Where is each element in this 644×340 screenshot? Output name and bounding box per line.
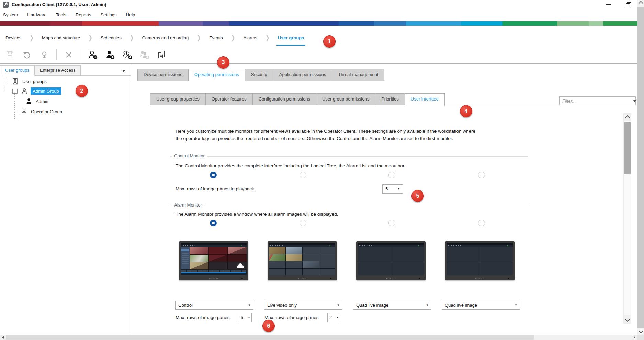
tab-operating-permissions[interactable]: Operating permissions: [189, 69, 245, 81]
monitor-1-mode-select[interactable]: Control ▼: [175, 301, 253, 310]
toolbar-separator: [81, 49, 81, 60]
tab-threat-management[interactable]: Threat management: [332, 69, 384, 81]
tab-security[interactable]: Security: [245, 69, 273, 81]
scroll-up-button[interactable]: [624, 114, 631, 121]
tree-node-admin-group[interactable]: Admin Group: [12, 86, 61, 95]
monitor-2-mode-value: Live video only: [264, 303, 335, 308]
scrollbar-thumb[interactable]: [6, 335, 534, 340]
monitor-brand-text: BOSCH: [268, 278, 337, 280]
window-horizontal-scrollbar[interactable]: [0, 335, 637, 340]
save-icon[interactable]: [5, 50, 15, 60]
monitor-4-mode-value: Quad live image: [442, 303, 512, 308]
breadcrumb-maps-and-structure[interactable]: Maps and structure: [41, 35, 81, 40]
left-panel-tabs: User groups Enterprise Access: [0, 65, 131, 76]
tab-operator-features[interactable]: Operator features: [206, 93, 253, 105]
breadcrumb-cameras-and-recording[interactable]: Cameras and recording: [141, 35, 189, 40]
tab-user-group-permissions[interactable]: User group permissions: [316, 93, 375, 105]
tab-application-permissions[interactable]: Application permissions: [273, 69, 332, 81]
callout-badge-6: 6: [262, 320, 275, 332]
intro-line-2: the operator logs on provides the requir…: [176, 136, 453, 141]
breadcrumb-events[interactable]: Events: [208, 35, 224, 40]
user-person-icon: [25, 98, 32, 105]
panel-splitter[interactable]: [131, 64, 131, 335]
monitor-power-led: [508, 278, 509, 279]
alarm-beacon-icon: [236, 261, 245, 270]
undo-icon[interactable]: [22, 50, 32, 60]
alarm-monitor-groupline: [170, 206, 528, 206]
callout-badge-5: 5: [411, 190, 424, 202]
scroll-down-button[interactable]: [637, 328, 644, 335]
menu-settings[interactable]: Settings: [101, 12, 117, 17]
new-dual-authorization-group-icon[interactable]: [122, 50, 133, 60]
control-monitor-radio-4[interactable]: [478, 172, 485, 178]
control-monitor-radio-3[interactable]: [388, 172, 395, 178]
new-user-group-icon[interactable]: [88, 50, 98, 60]
group-person-icon: [21, 108, 27, 115]
tab-user-groups[interactable]: User groups: [0, 65, 35, 76]
copy-permissions-icon[interactable]: [157, 50, 167, 60]
collapse-icon[interactable]: [12, 89, 18, 94]
panel-pin-icon[interactable]: [122, 69, 126, 72]
monitor-4-mode-select[interactable]: Quad live image ▼: [442, 301, 520, 310]
menu-system[interactable]: System: [3, 12, 18, 17]
control-monitor-radio-1[interactable]: [210, 172, 217, 178]
pin-icon[interactable]: [39, 50, 49, 60]
minimize-button[interactable]: [603, 1, 613, 8]
control-monitor-radio-2[interactable]: [300, 172, 306, 178]
scroll-left-button[interactable]: [0, 335, 6, 340]
tree-label-admin-group[interactable]: Admin Group: [31, 87, 61, 95]
menu-reports[interactable]: Reports: [76, 12, 91, 17]
menu-tools[interactable]: Tools: [56, 12, 66, 17]
tree-node-operator-group[interactable]: Operator Group: [17, 107, 62, 116]
tab-configuration-permissions[interactable]: Configuration permissions: [253, 93, 316, 105]
monitor-1-mode-value: Control: [176, 303, 246, 308]
tree-node-admin[interactable]: Admin: [21, 97, 48, 106]
breadcrumb-alarms[interactable]: Alarms: [243, 35, 258, 40]
tab-user-interface[interactable]: User interface: [405, 93, 445, 106]
tab-user-group-properties[interactable]: User group properties: [150, 93, 206, 105]
panel-pin-icon[interactable]: [633, 99, 637, 103]
alarm-monitor-radio-3[interactable]: [388, 220, 395, 226]
scroll-down-button[interactable]: [624, 315, 631, 323]
menu-hardware[interactable]: Hardware: [27, 12, 46, 17]
scroll-right-button[interactable]: [632, 335, 637, 340]
monitor-preview-quad-1: BOSCH: [356, 241, 426, 282]
intro-line-1: Here you customize multiple monitors for…: [176, 129, 475, 134]
menu-help[interactable]: Help: [126, 12, 135, 17]
monitor-2-max-rows-select[interactable]: 2 ▼: [327, 313, 340, 322]
alarm-monitor-radio-4[interactable]: [478, 220, 485, 226]
max-rows-playback-value: 5: [383, 186, 395, 191]
control-monitor-title: Control Monitor: [172, 153, 207, 159]
filter-input[interactable]: [559, 96, 636, 105]
monitor-power-led: [241, 278, 243, 279]
tree-label-admin: Admin: [36, 99, 48, 104]
chevron-right-icon: ❯: [88, 34, 92, 42]
restore-button[interactable]: [623, 1, 633, 8]
monitor-3-mode-select[interactable]: Quad live image ▼: [353, 301, 431, 310]
scrollbar-thumb[interactable]: [624, 122, 631, 174]
window-vertical-scrollbar[interactable]: [637, 0, 644, 335]
monitor-preview-control: BOSCH: [179, 241, 248, 282]
breadcrumb-devices[interactable]: Devices: [5, 35, 22, 40]
breadcrumb-schedules[interactable]: Schedules: [100, 35, 122, 40]
control-monitor-groupline: [170, 156, 528, 157]
breadcrumb-user-groups[interactable]: User groups: [277, 35, 305, 40]
tab-device-permissions[interactable]: Device permissions: [137, 69, 189, 81]
monitor-2-mode-select[interactable]: Live video only ▼: [264, 301, 342, 310]
tree-node-user-groups[interactable]: User groups: [3, 77, 47, 86]
scroll-up-button[interactable]: [637, 0, 644, 7]
monitor-1-max-rows-select[interactable]: 5 ▼: [239, 313, 252, 322]
tab-priorities[interactable]: Priorities: [375, 93, 405, 105]
tree-connector: [14, 120, 19, 120]
tab-enterprise-access[interactable]: Enterprise Access: [35, 65, 81, 75]
user-group-list-icon: [11, 78, 19, 85]
max-rows-playback-select[interactable]: 5 ▼: [382, 184, 403, 194]
alarm-monitor-radio-2[interactable]: [300, 220, 306, 226]
alarm-monitor-radio-1[interactable]: [210, 220, 217, 226]
content-scrollbar[interactable]: [623, 113, 631, 324]
intro-text: Here you customize multiple monitors for…: [176, 128, 519, 142]
new-user-icon[interactable]: [105, 50, 115, 60]
delete-icon[interactable]: [64, 50, 74, 60]
collapse-icon[interactable]: [3, 79, 8, 84]
max-rows-playback-label: Max. rows of image panes in playback: [176, 186, 254, 191]
